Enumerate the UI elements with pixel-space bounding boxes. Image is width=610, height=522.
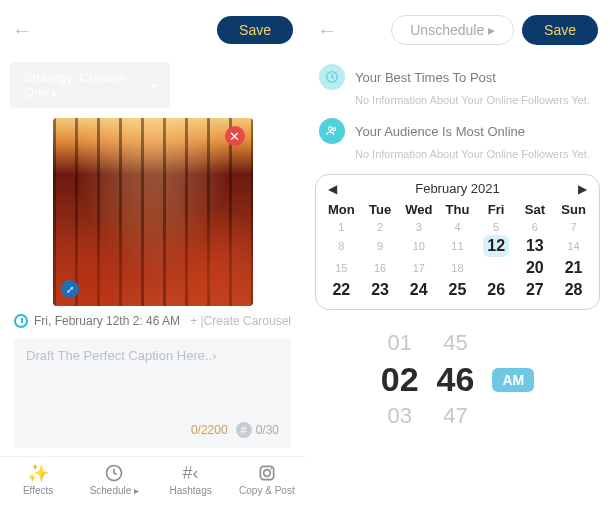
calendar-day[interactable]: 17 (399, 257, 438, 279)
calendar-day[interactable]: 4 (438, 219, 477, 235)
best-times-title: Your Best Times To Post (355, 70, 496, 85)
hashtags-label: Hashtags (170, 485, 212, 496)
hashtags-tool[interactable]: #‹ Hashtags (153, 463, 229, 496)
topbar-actions: Unschedule ▸ Save (391, 15, 598, 45)
image-meta-row: Fri, February 12th 2: 46 AM + |Create Ca… (0, 312, 305, 330)
back-icon[interactable]: ← (12, 19, 32, 42)
schedule-tool[interactable]: Schedule ▸ (76, 463, 152, 496)
calendar-day[interactable]: 3 (399, 219, 438, 235)
create-carousel-link[interactable]: + |Create Carousel (190, 314, 291, 328)
calendar-dow-cell: Wed (399, 200, 438, 219)
expand-image-button[interactable]: ⤢ (61, 280, 79, 298)
clock-icon (14, 314, 28, 328)
hashtag-count-text: 0/30 (256, 423, 279, 437)
best-times-row[interactable]: Your Best Times To Post (305, 60, 610, 94)
calendar-day[interactable]: 10 (399, 235, 438, 257)
audience-row[interactable]: Your Audience Is Most Online (305, 114, 610, 148)
calendar-row: 1234567 (322, 219, 593, 235)
calendar-grid: MonTueWedThuFriSatSun 123456789101112131… (322, 200, 593, 301)
calendar-next[interactable]: ▶ (578, 182, 587, 196)
audience-sub: No Information About Your Online Followe… (305, 148, 610, 168)
calendar-day[interactable]: 12 (477, 235, 516, 257)
unschedule-button[interactable]: Unschedule ▸ (391, 15, 514, 45)
time-picker: 01 02 03 45 46 47 AM (305, 330, 610, 429)
minute-wheel[interactable]: 45 46 47 (437, 330, 475, 429)
clock-badge-icon (319, 64, 345, 90)
save-button-left[interactable]: Save (217, 16, 293, 44)
schedule-label: Schedule ▸ (90, 485, 139, 496)
hashtag-icon: # (236, 422, 252, 438)
ampm-toggle[interactable]: AM (492, 368, 534, 392)
calendar-day[interactable]: 22 (322, 279, 361, 301)
effects-label: Effects (23, 485, 53, 496)
caption-input[interactable]: Draft The Perfect Caption Here..› 0/2200… (14, 338, 291, 448)
calendar-day[interactable]: 9 (361, 235, 400, 257)
calendar-dow-cell: Tue (361, 200, 400, 219)
calendar-row: 891011121314 (322, 235, 593, 257)
calendar-day[interactable]: 8 (322, 235, 361, 257)
calendar-dow-cell: Fri (477, 200, 516, 219)
calendar-day[interactable]: 2 (361, 219, 400, 235)
minute-prev: 45 (443, 330, 467, 356)
calendar-nav: ◀ February 2021 ▶ (322, 181, 593, 200)
calendar-day[interactable]: 7 (554, 219, 593, 235)
calendar-prev[interactable]: ◀ (328, 182, 337, 196)
hour-wheel[interactable]: 01 02 03 (381, 330, 419, 429)
wand-icon: ✨ (27, 463, 49, 483)
calendar-dow-cell: Sun (554, 200, 593, 219)
people-badge-icon (319, 118, 345, 144)
calendar-day[interactable]: 21 (554, 257, 593, 279)
schedule-pane: ← Unschedule ▸ Save Your Best Times To P… (305, 0, 610, 522)
remove-image-button[interactable]: ✕ (225, 126, 245, 146)
hashtag-counter: # 0/30 (236, 422, 279, 438)
calendar-day[interactable]: 27 (516, 279, 555, 301)
calendar-row: 22232425262728 (322, 279, 593, 301)
char-counter: 0/2200 (191, 423, 228, 437)
svg-point-5 (329, 127, 333, 131)
calendar-day[interactable]: 1 (322, 219, 361, 235)
right-topbar: ← Unschedule ▸ Save (305, 0, 610, 60)
calendar-day[interactable] (477, 257, 516, 279)
calendar-day[interactable]: 26 (477, 279, 516, 301)
left-topbar: ← Save (0, 0, 305, 60)
calendar-day[interactable]: 14 (554, 235, 593, 257)
minute-next: 47 (443, 403, 467, 429)
svg-point-3 (270, 468, 272, 470)
calendar-day[interactable]: 15 (322, 257, 361, 279)
hashtag-icon-tool: #‹ (183, 463, 199, 483)
calendar-day[interactable]: 23 (361, 279, 400, 301)
calendar-dow-cell: Sat (516, 200, 555, 219)
strategy-label: Strategy: Choose One ▸ (24, 70, 151, 100)
calendar-day[interactable]: 13 (516, 235, 555, 257)
save-button-right[interactable]: Save (522, 15, 598, 45)
chevron-down-icon: ▾ (151, 80, 156, 91)
calendar-dow-cell: Thu (438, 200, 477, 219)
calendar-day[interactable]: 25 (438, 279, 477, 301)
scheduled-time[interactable]: Fri, February 12th 2: 46 AM (14, 314, 180, 328)
hour-next: 03 (387, 403, 411, 429)
best-times-sub: No Information About Your Online Followe… (305, 94, 610, 114)
audience-title: Your Audience Is Most Online (355, 124, 525, 139)
calendar-day[interactable]: 5 (477, 219, 516, 235)
strategy-dropdown[interactable]: Strategy: Choose One ▸ ▾ (10, 62, 170, 108)
calendar-day[interactable]: 18 (438, 257, 477, 279)
caption-footer: 0/2200 # 0/30 (26, 422, 279, 438)
calendar-day[interactable]: 11 (438, 235, 477, 257)
effects-tool[interactable]: ✨ Effects (0, 463, 76, 496)
instagram-icon (257, 463, 277, 483)
svg-point-2 (264, 470, 271, 477)
clock-outline-icon (104, 463, 124, 483)
calendar-day[interactable]: 16 (361, 257, 400, 279)
scheduled-time-text: Fri, February 12th 2: 46 AM (34, 314, 180, 328)
calendar-day[interactable]: 6 (516, 219, 555, 235)
svg-point-6 (333, 128, 336, 131)
calendar-day[interactable]: 20 (516, 257, 555, 279)
compose-pane: ← Save Strategy: Choose One ▸ ▾ ✕ ⤢ Fri,… (0, 0, 305, 522)
calendar-day[interactable]: 24 (399, 279, 438, 301)
copy-post-tool[interactable]: Copy & Post (229, 463, 305, 496)
post-image: ✕ ⤢ (53, 118, 253, 306)
caption-placeholder: Draft The Perfect Caption Here..› (26, 348, 279, 422)
calendar-dow-cell: Mon (322, 200, 361, 219)
back-icon-right[interactable]: ← (317, 19, 337, 42)
calendar-day[interactable]: 28 (554, 279, 593, 301)
